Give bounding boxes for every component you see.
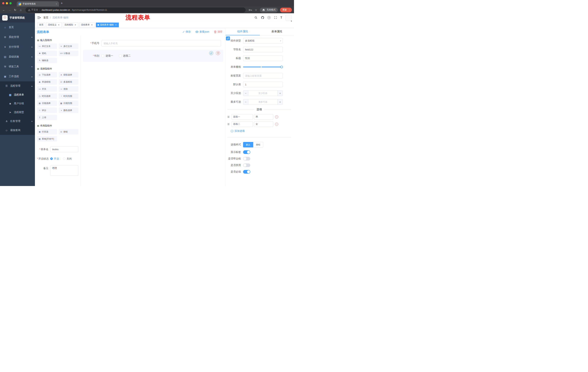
style-default-button[interactable]: 默认 bbox=[243, 142, 253, 148]
palette-item-rate[interactable]: ☆ 评分 bbox=[37, 107, 57, 113]
browser-tab[interactable]: 芋道管理系统 × bbox=[17, 1, 59, 7]
sidebar-item-process-model[interactable]: ➤ 流程模型 bbox=[0, 108, 35, 117]
sidebar-item-payment-management[interactable]: ¥ 支付管理 ▾ bbox=[0, 42, 35, 52]
palette-item-select[interactable]: ◎ 下拉选择 bbox=[37, 72, 57, 77]
palette-item-counter[interactable]: 123 计数器 bbox=[59, 51, 79, 56]
option-1-value-input[interactable] bbox=[254, 114, 273, 120]
back-button[interactable]: ← bbox=[2, 9, 5, 11]
default-value-input[interactable] bbox=[243, 82, 283, 87]
tag-process-form-edit[interactable]: 流程表单-编辑 × bbox=[96, 22, 119, 27]
window-close-button[interactable] bbox=[2, 2, 4, 4]
disabled-switch[interactable] bbox=[243, 163, 250, 167]
tag-home[interactable]: 首页 bbox=[37, 22, 45, 27]
help-icon[interactable]: ? bbox=[267, 16, 271, 19]
palette-item-date-range[interactable]: ▩ 日期范围 bbox=[59, 100, 79, 106]
new-tab-button[interactable]: + bbox=[61, 2, 63, 5]
link-icon[interactable] bbox=[226, 36, 230, 40]
font-size-icon[interactable]: T bbox=[280, 16, 282, 19]
decrease-button[interactable]: − bbox=[243, 90, 248, 96]
option-2-value-input[interactable] bbox=[254, 121, 273, 127]
forward-button[interactable]: → bbox=[8, 9, 11, 11]
decrease-button[interactable]: − bbox=[243, 99, 248, 105]
home-button[interactable]: ⌂ bbox=[19, 9, 22, 11]
sidebar-item-process-form[interactable]: ▥ 流程表单 bbox=[0, 90, 35, 99]
sidebar-item-user-group[interactable]: ☻ 用户分组 bbox=[0, 99, 35, 108]
tag-process-form[interactable]: 流程表单 × bbox=[79, 22, 95, 27]
palette-item-table[interactable]: ▦ 表格[开发中] bbox=[37, 136, 57, 142]
hamburger-icon[interactable] bbox=[35, 13, 43, 22]
tab-form-properties[interactable]: 表单属性 bbox=[260, 28, 294, 35]
min-select-input[interactable] bbox=[248, 90, 277, 96]
phone-field-row[interactable]: *手机号 bbox=[83, 38, 223, 48]
selected-component-gender[interactable]: *性别 选项一 选项二 bbox=[83, 50, 223, 62]
security-status[interactable]: 不安全 bbox=[28, 8, 38, 11]
status-on-radio[interactable]: 开启 bbox=[50, 156, 59, 162]
password-key-icon[interactable] bbox=[249, 9, 252, 11]
sidebar-item-system-management[interactable]: ⚙ 系统管理 ▾ bbox=[0, 32, 35, 42]
url-bar[interactable]: 不安全 | dashboard.yudao.iocoder.cn /bpm/ma… bbox=[25, 8, 246, 12]
sidebar-item-infrastructure[interactable]: ▤ 基础设施 ▾ bbox=[0, 52, 35, 62]
avatar[interactable]: ▾ bbox=[285, 15, 292, 21]
palette-item-cascader[interactable]: ⋔ 级联选择 bbox=[59, 72, 79, 77]
sidebar-item-dev-tools[interactable]: ⚒ 研发工具 ▾ bbox=[0, 62, 35, 72]
palette-item-date-picker[interactable]: ▦ 日期选择 bbox=[37, 100, 57, 106]
max-select-input[interactable] bbox=[248, 99, 277, 105]
close-icon[interactable]: × bbox=[115, 24, 117, 26]
palette-item-password[interactable]: ✱ 密码 bbox=[37, 51, 57, 56]
add-option-button[interactable]: + 添加选项 bbox=[231, 129, 291, 133]
gender-checkbox-option-2[interactable]: 选项二 bbox=[119, 54, 131, 57]
close-icon[interactable]: × bbox=[74, 24, 77, 26]
palette-item-color-picker[interactable]: ◑ 颜色选择 bbox=[59, 107, 79, 113]
required-switch[interactable] bbox=[243, 170, 250, 174]
palette-item-row-container[interactable]: ▣ 行容器 bbox=[37, 129, 57, 135]
logo[interactable]: 芋道管理系统 bbox=[0, 13, 35, 22]
increase-button[interactable]: + bbox=[277, 90, 283, 96]
status-off-radio[interactable]: 关闭 bbox=[63, 156, 72, 162]
option-1-label-input[interactable] bbox=[231, 114, 253, 120]
window-minimize-button[interactable] bbox=[6, 2, 8, 4]
delete-component-button[interactable] bbox=[216, 51, 220, 55]
border-switch[interactable] bbox=[243, 157, 250, 160]
palette-item-button[interactable]: ⊡ 按钮 bbox=[59, 129, 79, 135]
remove-option-button[interactable]: − bbox=[275, 123, 278, 126]
palette-item-slider[interactable]: ⊸ 滑块 bbox=[59, 86, 79, 92]
style-button-button[interactable]: 按钮 bbox=[253, 142, 263, 148]
copy-component-button[interactable] bbox=[209, 51, 213, 55]
github-icon[interactable] bbox=[261, 16, 264, 20]
reload-button[interactable]: ↻ bbox=[13, 9, 17, 11]
form-name-input[interactable] bbox=[50, 146, 78, 152]
tab-component-properties[interactable]: 组件属性 bbox=[226, 28, 260, 35]
tag-width-input[interactable] bbox=[243, 73, 283, 79]
component-type-select[interactable]: 多选框组 ▾ bbox=[243, 38, 283, 44]
sidebar-item-process-management[interactable]: ☰ 流程管理 ▴ bbox=[0, 81, 35, 90]
remove-option-button[interactable]: − bbox=[275, 115, 278, 118]
bookmark-star-icon[interactable]: ☆ bbox=[254, 9, 258, 11]
palette-item-checkbox-group[interactable]: ☑ 多选框组 bbox=[59, 79, 79, 85]
gender-checkbox-option-1[interactable]: 选项一 bbox=[102, 54, 113, 57]
sidebar-item-task-management[interactable]: ⋔ 任务管理 ▾ bbox=[0, 117, 35, 126]
increase-button[interactable]: + bbox=[277, 99, 283, 105]
palette-item-time-picker[interactable]: ◷ 时间选择 bbox=[37, 93, 57, 99]
clear-button[interactable]: 清空 bbox=[214, 30, 222, 33]
slider-track[interactable] bbox=[243, 67, 282, 67]
update-button[interactable]: 更新 ⋮ bbox=[280, 8, 292, 12]
drag-handle-icon[interactable]: ☰ bbox=[227, 123, 230, 126]
palette-item-switch[interactable]: ⊶ 开关 bbox=[37, 86, 57, 92]
drag-handle-icon[interactable]: ☰ bbox=[227, 116, 230, 118]
palette-item-radio-group[interactable]: ◉ 单选框组 bbox=[37, 79, 57, 85]
search-icon[interactable] bbox=[254, 16, 258, 20]
palette-item-single-line-text[interactable]: ▭ 单行文本 bbox=[37, 43, 57, 49]
show-label-switch[interactable] bbox=[243, 150, 250, 154]
field-name-input[interactable] bbox=[243, 47, 283, 53]
close-icon[interactable]: × bbox=[57, 24, 60, 26]
tag-process-definition[interactable]: 流程定义 × bbox=[46, 22, 62, 27]
save-button[interactable]: ✓ 保存 bbox=[182, 30, 191, 33]
tag-process-model[interactable]: 流程模型 × bbox=[63, 22, 78, 27]
palette-item-editor[interactable]: ✎ 编辑器 bbox=[37, 58, 57, 63]
fullscreen-icon[interactable] bbox=[274, 16, 277, 20]
palette-item-upload[interactable]: ↥ 上传 bbox=[37, 115, 57, 120]
sidebar-item-home[interactable]: ⌂ 首页 bbox=[0, 22, 35, 32]
title-input[interactable] bbox=[243, 55, 283, 61]
option-2-label-input[interactable] bbox=[231, 121, 253, 127]
form-remark-textarea[interactable]: 嘿嘿 bbox=[50, 165, 78, 176]
